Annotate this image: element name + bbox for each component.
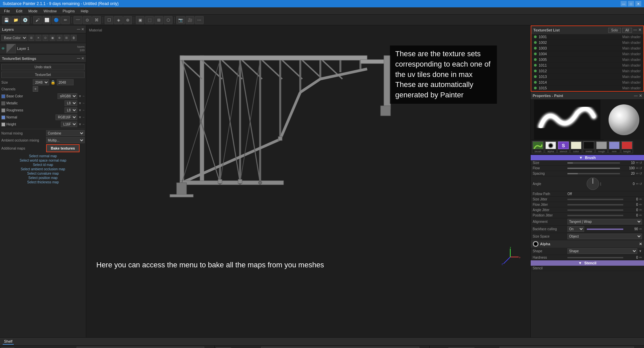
prop-alpha-shape-select[interactable]: Shape <box>567 248 637 254</box>
channel-dropdown[interactable]: Base Color <box>1 35 27 41</box>
prop-backface-edit[interactable]: ✏ <box>639 227 642 231</box>
prop-position-jitter-edit[interactable]: ✏ <box>639 213 642 217</box>
properties-minimize[interactable]: — <box>634 94 638 98</box>
mat-color-preview[interactable]: color <box>570 141 582 153</box>
shelf-alphas-search[interactable] <box>77 347 204 348</box>
prop-size-jitter-edit[interactable]: ✏ <box>639 197 642 201</box>
base-color-delete[interactable]: − <box>83 94 85 98</box>
prop-flow-edit[interactable]: ✏ <box>636 166 639 170</box>
tsl-item-1001[interactable]: 1001 Main shader <box>531 34 643 40</box>
menu-window[interactable]: Window <box>41 8 59 14</box>
bake-textures-button[interactable]: Bake textures <box>46 144 80 152</box>
prop-alignment-select[interactable]: Tangent | Wrap <box>567 219 642 225</box>
base-color-type[interactable]: sRGB8 <box>58 93 77 99</box>
prop-size-edit[interactable]: ✏ <box>636 161 639 165</box>
menu-mode[interactable]: Mode <box>26 8 40 14</box>
toolbar-save[interactable]: 💿 <box>21 16 29 24</box>
roughness-options[interactable]: ▼ <box>78 108 82 112</box>
select-position-map[interactable]: Select position map <box>3 176 83 180</box>
prop-position-jitter-slider[interactable] <box>567 215 623 216</box>
roughness-type[interactable]: L8 <box>65 107 77 113</box>
ao-mixing-select[interactable]: Multip... <box>46 137 85 143</box>
menu-help[interactable]: Help <box>78 8 91 14</box>
tsl-item-1002[interactable]: 1002 Main shader <box>531 40 643 46</box>
prop-flow-jitter-edit[interactable]: ✏ <box>639 203 642 206</box>
metallic-options[interactable]: ▼ <box>78 101 82 105</box>
tsl-close[interactable]: ✕ <box>638 28 641 33</box>
prop-hardness-slider[interactable] <box>567 257 623 258</box>
toolbar-fill[interactable]: 🔵 <box>52 16 61 24</box>
mat-alpha-preview[interactable]: alpha <box>545 141 557 153</box>
prop-angle-edit[interactable]: ✏ <box>636 182 639 186</box>
prop-size-space-select[interactable]: Object <box>567 234 642 239</box>
model-area[interactable]: Material <box>86 25 530 337</box>
shelf-materials-search[interactable] <box>500 347 634 348</box>
tsl-item-1012[interactable]: 1012 Main shader <box>531 68 643 74</box>
mat-height-preview[interactable]: height <box>621 141 633 153</box>
tsl-item-1015[interactable]: 1015 Main shader <box>531 85 643 91</box>
prop-flow-jitter-slider[interactable] <box>567 204 623 205</box>
toolbar-view1[interactable]: ▣ <box>136 16 144 24</box>
tsl-item-1004[interactable]: 1004 Main shader <box>531 51 643 57</box>
menu-edit[interactable]: Edit <box>13 8 25 14</box>
prop-hardness-edit[interactable]: ✏ <box>639 256 642 259</box>
normal-type[interactable]: RGB16F <box>56 114 77 120</box>
tsl-item-1013[interactable]: 1013 Main shader <box>531 74 643 80</box>
layer-visibility[interactable]: 👁 <box>1 47 5 51</box>
tsl-all-btn[interactable]: All <box>622 28 632 33</box>
menu-plugins[interactable]: Plugins <box>60 8 77 14</box>
tsl-item-1003[interactable]: 1003 Main shader <box>531 46 643 51</box>
mat-rough-preview[interactable]: rough <box>596 141 608 153</box>
toolbar-cam1[interactable]: 📷 <box>176 16 185 24</box>
height-type[interactable]: L16F <box>61 121 77 127</box>
prop-backface-select[interactable]: On <box>567 226 584 232</box>
layer-btn-2[interactable]: ✕ <box>35 35 41 41</box>
height-delete[interactable]: − <box>83 122 85 126</box>
angle-dial[interactable] <box>586 177 600 190</box>
toolbar-smudge[interactable]: 〰 <box>74 16 82 24</box>
toolbar-lasso[interactable]: ⊛ <box>123 16 132 24</box>
prop-backface-slider[interactable] <box>587 229 623 230</box>
alpha-shape-dropdown[interactable]: ▼ <box>639 249 642 253</box>
prop-spacing-edit[interactable]: ✏ <box>636 172 639 175</box>
size-input[interactable] <box>57 79 74 85</box>
toolbar-open[interactable]: 📁 <box>11 16 20 24</box>
textureset-btn[interactable]: TextureSet <box>1 72 85 78</box>
prop-flow-slider[interactable] <box>567 168 620 169</box>
ts-settings-minimize[interactable]: — <box>77 57 80 60</box>
toolbar-poly[interactable]: ◈ <box>114 16 123 24</box>
toolbar-clone[interactable]: ✏ <box>61 16 70 24</box>
tsl-item-1011[interactable]: 1011 Main shader <box>531 63 643 68</box>
toolbar-more[interactable]: ⋯ <box>195 16 204 24</box>
layer-btn-4[interactable]: ▣ <box>49 35 56 41</box>
toolbar-view4[interactable]: ⬡ <box>164 16 173 24</box>
select-ao-map[interactable]: Select ambient occlusion map <box>3 167 83 171</box>
prop-angle-jitter-edit[interactable]: ✏ <box>639 208 642 212</box>
select-thickness-map[interactable]: Select thickness map <box>3 180 83 184</box>
mat-stencil-preview[interactable]: S stencil <box>557 141 569 153</box>
close-button[interactable]: ✕ <box>635 1 641 6</box>
properties-close[interactable]: ✕ <box>639 94 642 98</box>
prop-angle-reset[interactable]: ↺ <box>639 182 642 186</box>
tsl-solo-btn[interactable]: Solo <box>608 28 621 33</box>
layer-btn-1[interactable]: ⊞ <box>28 35 34 41</box>
ts-settings-close[interactable]: ✕ <box>81 57 84 60</box>
toolbar-view2[interactable]: ⬚ <box>145 16 154 24</box>
tsl-item-1005[interactable]: 1005 Main shader <box>531 57 643 63</box>
normal-mixing-select[interactable]: Combine <box>46 130 85 136</box>
maximize-button[interactable]: □ <box>628 1 634 6</box>
toolbar-blur[interactable]: ⊙ <box>83 16 92 24</box>
select-world-normal-map[interactable]: Select world space normal map <box>3 158 83 163</box>
toolbar-view3[interactable]: ⊞ <box>154 16 163 24</box>
menu-file[interactable]: File <box>1 8 13 14</box>
mat-metal-preview[interactable]: metal <box>583 141 595 153</box>
normal-options[interactable]: ▼ <box>78 115 82 119</box>
layer-btn-6[interactable]: ⊞ <box>64 35 70 41</box>
toolbar-erase[interactable]: ⬜ <box>42 16 51 24</box>
undo-stack-btn[interactable]: Undo stack <box>1 64 85 70</box>
layer-btn-3[interactable]: ⊙ <box>42 35 48 41</box>
shelf-brushes-search[interactable] <box>261 347 419 348</box>
metallic-type[interactable]: L8 <box>65 100 77 106</box>
prop-size-reset[interactable]: ↺ <box>639 161 642 165</box>
prop-spacing-slider[interactable] <box>567 173 620 174</box>
